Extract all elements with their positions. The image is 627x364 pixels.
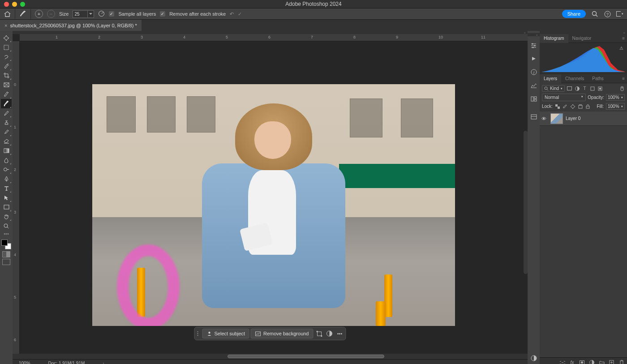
frame-tool[interactable] — [1, 80, 12, 90]
contextual-task-bar[interactable]: Select subject Remove background ••• — [194, 327, 346, 340]
subtract-from-sample-icon[interactable]: − — [47, 10, 55, 18]
commit-icon[interactable]: ✓ — [238, 11, 242, 17]
doc-size-label[interactable]: Doc: 1,91M/1,91M — [48, 361, 85, 364]
layer-thumbnail[interactable] — [550, 113, 563, 124]
vertical-ruler[interactable]: 0123456 — [13, 41, 20, 354]
pen-tool[interactable] — [1, 174, 12, 184]
libraries-panel-icon[interactable] — [529, 94, 538, 103]
transform-icon[interactable] — [315, 329, 324, 338]
layer-mask-icon[interactable] — [579, 360, 585, 364]
home-icon[interactable] — [4, 10, 11, 17]
filter-shape-icon[interactable] — [589, 86, 595, 91]
new-layer-icon[interactable] — [609, 360, 614, 364]
tab-navigator[interactable]: Navigator — [568, 34, 596, 43]
dodge-tool[interactable] — [1, 165, 12, 174]
status-flyout-icon[interactable]: › — [103, 361, 104, 364]
select-subject-button[interactable]: Select subject — [202, 329, 249, 338]
undo-icon[interactable]: ↶ — [230, 11, 234, 17]
brush-tool[interactable] — [1, 108, 12, 118]
clone-stamp-tool[interactable] — [1, 118, 12, 127]
search-icon[interactable] — [591, 10, 598, 17]
tab-histogram[interactable]: Histogram — [540, 34, 568, 43]
add-to-sample-icon[interactable]: + — [35, 10, 43, 18]
marquee-tool[interactable] — [1, 43, 12, 52]
adjustments-icon[interactable] — [325, 329, 334, 338]
horizontal-scrollbar[interactable] — [13, 354, 528, 359]
layer-row[interactable]: 👁 Layer 0 — [540, 111, 627, 126]
lock-position-icon[interactable] — [570, 104, 575, 109]
tab-channels[interactable]: Channels — [561, 74, 588, 83]
link-layers-icon[interactable] — [559, 360, 565, 364]
lock-all-icon[interactable] — [585, 104, 591, 109]
layer-filter-dropdown[interactable]: Kind▾ — [542, 85, 565, 92]
layer-name[interactable]: Layer 0 — [566, 116, 580, 121]
panel-collapse-hint[interactable]: » — [13, 31, 528, 34]
screen-mode-icon[interactable] — [2, 259, 10, 265]
filter-type-icon[interactable]: T — [582, 86, 588, 91]
adjustment-layer-icon[interactable] — [589, 360, 595, 364]
share-button[interactable]: Share — [562, 10, 586, 18]
filter-adjustment-icon[interactable] — [574, 86, 580, 91]
character-panel-icon[interactable] — [529, 112, 538, 121]
panel-menu-icon[interactable]: ≡ — [622, 36, 627, 41]
brush-size-input[interactable]: 25 — [73, 10, 88, 18]
hand-tool[interactable] — [1, 212, 12, 221]
tab-paths[interactable]: Paths — [588, 74, 608, 83]
styles-panel-icon[interactable] — [529, 354, 538, 363]
canvas[interactable] — [92, 84, 455, 326]
group-layers-icon[interactable] — [599, 360, 605, 364]
actions-panel-icon[interactable] — [529, 54, 538, 63]
blend-mode-dropdown[interactable]: Normal▾ — [542, 94, 586, 101]
rectangle-tool[interactable] — [1, 202, 12, 212]
help-icon[interactable]: ? — [604, 10, 611, 17]
brush-angle-icon[interactable] — [98, 10, 105, 18]
layers-list[interactable]: 👁 Layer 0 — [540, 111, 627, 357]
fill-input[interactable]: 100%▾ — [606, 103, 625, 110]
layer-style-icon[interactable]: fx — [569, 360, 575, 364]
magic-wand-tool[interactable] — [1, 61, 12, 71]
opacity-input[interactable]: 100%▾ — [606, 94, 625, 101]
horizontal-ruler[interactable]: 1234567891011 — [20, 34, 528, 41]
color-swatches[interactable] — [1, 240, 11, 249]
brush-size-dropdown[interactable] — [88, 10, 94, 18]
vertical-scrollbar[interactable] — [524, 131, 528, 274]
gradient-tool[interactable] — [1, 146, 12, 155]
histogram-display[interactable]: ⚠ — [540, 43, 627, 74]
crop-tool[interactable] — [1, 71, 12, 80]
remove-after-stroke-checkbox[interactable]: ✓ — [160, 11, 165, 17]
eyedropper-tool[interactable] — [1, 90, 12, 99]
blur-tool[interactable] — [1, 155, 12, 165]
canvas-viewport[interactable] — [20, 41, 528, 354]
delete-layer-icon[interactable] — [618, 360, 624, 364]
panel-menu-icon[interactable]: ≡ — [622, 76, 627, 81]
healing-brush-tool[interactable] — [1, 99, 12, 108]
expand-hint-icon[interactable]: « — [528, 33, 540, 36]
history-brush-tool[interactable] — [1, 127, 12, 137]
filter-toggle-icon[interactable] — [619, 86, 625, 91]
visibility-toggle-icon[interactable]: 👁 — [541, 116, 548, 121]
info-panel-icon[interactable]: i — [529, 68, 538, 77]
type-tool[interactable] — [1, 184, 12, 193]
zoom-level[interactable]: 100% — [19, 361, 30, 364]
sample-all-layers-checkbox[interactable]: ✓ — [109, 11, 114, 17]
histogram-warning-icon[interactable]: ⚠ — [619, 46, 623, 51]
close-tab-icon[interactable]: × — [4, 23, 7, 28]
edit-toolbar-icon[interactable]: ••• — [1, 231, 12, 237]
document-tab[interactable]: × shutterstock_2250060537.jpg @ 100% (La… — [0, 20, 142, 31]
tab-layers[interactable]: Layers — [540, 74, 561, 83]
close-window-button[interactable] — [4, 2, 9, 7]
maximize-window-button[interactable] — [20, 2, 25, 7]
path-selection-tool[interactable] — [1, 193, 12, 202]
filter-pixel-icon[interactable] — [567, 86, 572, 91]
quick-mask-mode-icon[interactable] — [2, 251, 10, 257]
spot-healing-brush-icon[interactable] — [19, 10, 26, 17]
zoom-tool[interactable] — [1, 221, 12, 231]
drag-handle-icon[interactable] — [198, 329, 200, 338]
filter-smart-icon[interactable] — [597, 86, 603, 91]
remove-background-button[interactable]: Remove background — [251, 329, 314, 338]
workspace-switcher-icon[interactable]: ▾ — [616, 10, 623, 17]
more-options-icon[interactable]: ••• — [335, 329, 344, 338]
eraser-tool[interactable] — [1, 137, 12, 146]
lasso-tool[interactable] — [1, 52, 12, 61]
lock-image-icon[interactable] — [563, 104, 568, 109]
